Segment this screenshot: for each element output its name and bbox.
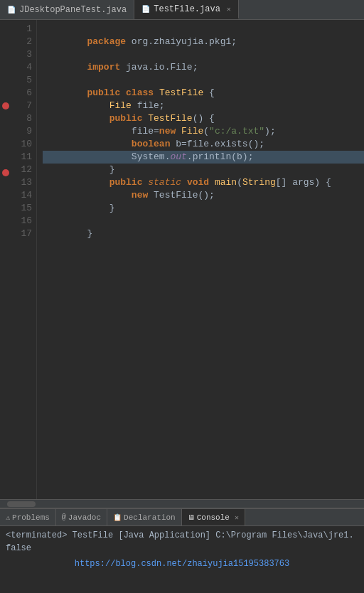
editor-tab-bar: 📄 JDesktopPaneTest.java 📄 TestFile.java …	[0, 0, 364, 20]
declaration-icon: 📋	[113, 513, 122, 522]
tab-declaration[interactable]: 📋 Declaration	[107, 509, 182, 525]
tab-javadoc[interactable]: @ Javadoc	[56, 509, 107, 525]
editor-panel: 1 2 3 4 5 6 7 8 9 10 11 12 13 14 15 16 1…	[0, 20, 364, 508]
bottom-panel: ⚠ Problems @ Javadoc 📋 Declaration 🖥 Con…	[0, 508, 364, 593]
javadoc-icon: @	[62, 513, 66, 521]
tab-testfile[interactable]: 📄 TestFile.java ✕	[134, 0, 239, 19]
tab-javadoc-label: Javadoc	[68, 513, 101, 522]
horizontal-scrollbar[interactable]	[0, 499, 364, 508]
console-output: <terminated> TestFile [Java Application]…	[0, 526, 364, 593]
breakpoint-12	[0, 169, 11, 182]
code-line-16: }	[43, 215, 364, 228]
tab-console-label: Console	[197, 513, 230, 522]
line-numbers: 1 2 3 4 5 6 7 8 9 10 11 12 13 14 15 16 1…	[11, 20, 37, 499]
console-close-icon[interactable]: ✕	[235, 513, 239, 522]
file-icon: 📄	[7, 6, 16, 14]
tab-problems-label: Problems	[12, 513, 50, 522]
tab-console[interactable]: 🖥 Console ✕	[182, 509, 245, 525]
scrollbar-thumb[interactable]	[7, 501, 36, 507]
console-terminated-line: <terminated> TestFile [Java Application]…	[6, 529, 358, 542]
tab-close-icon[interactable]: ✕	[227, 5, 231, 14]
breakpoint-7	[0, 102, 11, 115]
tab-jdesktop[interactable]: 📄 JDesktopPaneTest.java	[0, 0, 134, 19]
code-line-1: package org.zhaiyujia.pkg1;	[43, 23, 364, 36]
code-line-3: import java.io.File;	[43, 48, 364, 61]
tab-testfile-label: TestFile.java	[154, 4, 220, 14]
code-area[interactable]: package org.zhaiyujia.pkg1; import java.…	[37, 20, 364, 499]
console-url: https://blog.csdn.net/zhaiyujia151953837…	[6, 557, 358, 570]
editor-content: 1 2 3 4 5 6 7 8 9 10 11 12 13 14 15 16 1…	[0, 20, 364, 499]
tab-jdesktop-label: JDesktopPaneTest.java	[19, 5, 127, 15]
console-icon: 🖥	[188, 513, 195, 522]
bottom-tab-bar: ⚠ Problems @ Javadoc 📋 Declaration 🖥 Con…	[0, 509, 364, 526]
problems-icon: ⚠	[6, 513, 10, 522]
tab-problems[interactable]: ⚠ Problems	[0, 509, 56, 525]
code-line-5: public class TestFile {	[43, 74, 364, 87]
console-output-line: false	[6, 542, 358, 555]
breakpoint-column	[0, 20, 11, 499]
file-icon-2: 📄	[141, 5, 150, 14]
tab-declaration-label: Declaration	[124, 513, 176, 522]
